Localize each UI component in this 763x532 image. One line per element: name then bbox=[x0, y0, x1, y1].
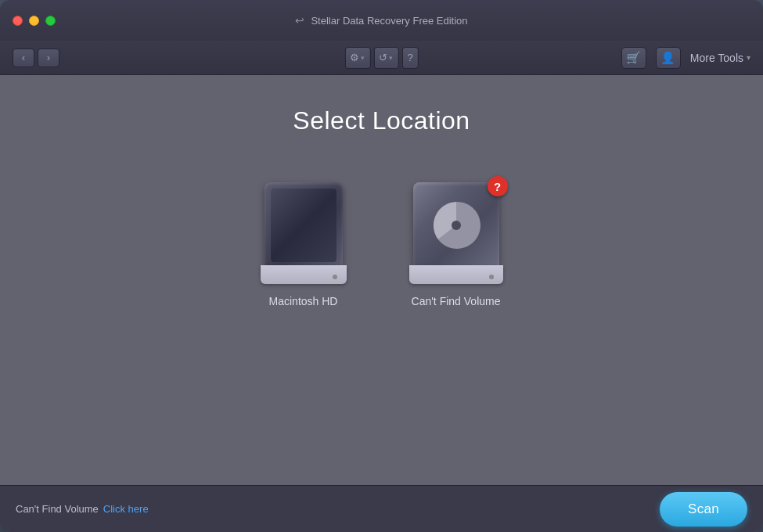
more-tools-button[interactable]: More Tools ▾ bbox=[690, 52, 750, 64]
toolbar: ‹ › ⚙ ▾ ↺ ▾ ? 🛒 👤 More Tools bbox=[0, 41, 763, 75]
pie-chart-icon bbox=[428, 197, 484, 253]
toolbar-center-buttons: ⚙ ▾ ↺ ▾ ? bbox=[344, 47, 418, 69]
bottom-status: Can't Find Volume Click here bbox=[16, 503, 149, 515]
cant-find-volume-label: Can't Find Volume bbox=[412, 295, 501, 307]
bottom-bar: Can't Find Volume Click here Scan bbox=[0, 485, 763, 532]
cant-find-volume-icon-wrapper: ? bbox=[409, 182, 503, 284]
macintosh-hd-label: Macintosh HD bbox=[269, 295, 338, 307]
nav-buttons: ‹ › bbox=[13, 49, 59, 67]
settings-icon: ⚙ bbox=[350, 52, 359, 63]
status-text: Can't Find Volume bbox=[16, 503, 99, 515]
titlebar-center: ↩ Stellar Data Recovery Free Edition bbox=[295, 14, 467, 27]
mac-hd-drive-base bbox=[261, 265, 347, 284]
cart-icon: 🛒 bbox=[626, 51, 641, 65]
scan-button[interactable]: Scan bbox=[660, 492, 747, 527]
history-icon: ↺ bbox=[379, 52, 387, 63]
drives-container: Macintosh HD ? bbox=[261, 182, 503, 307]
back-arrow-icon: ↩ bbox=[295, 14, 304, 27]
window-title: Stellar Data Recovery Free Edition bbox=[311, 15, 467, 27]
svg-point-1 bbox=[452, 221, 461, 230]
cant-find-volume-item[interactable]: ? bbox=[409, 182, 503, 307]
more-tools-arrow: ▾ bbox=[747, 53, 750, 62]
close-button[interactable] bbox=[13, 16, 23, 26]
history-dropdown-arrow: ▾ bbox=[389, 54, 393, 62]
app-window: ↩ Stellar Data Recovery Free Edition ‹ ›… bbox=[0, 0, 763, 532]
macintosh-hd-drive-icon bbox=[261, 182, 347, 284]
user-icon: 👤 bbox=[660, 51, 675, 65]
minimize-button[interactable] bbox=[29, 16, 39, 26]
settings-button[interactable]: ⚙ ▾ bbox=[344, 47, 370, 69]
cant-find-volume-drive-icon bbox=[409, 182, 503, 284]
toolbar-right: 🛒 👤 More Tools ▾ bbox=[621, 47, 750, 69]
titlebar: ↩ Stellar Data Recovery Free Edition bbox=[0, 0, 763, 41]
question-badge: ? bbox=[488, 176, 508, 196]
lost-drive-base bbox=[409, 265, 503, 284]
lost-drive-body bbox=[413, 182, 499, 268]
nav-back-button[interactable]: ‹ bbox=[13, 49, 34, 67]
macintosh-hd-icon-wrapper bbox=[261, 182, 347, 284]
traffic-lights bbox=[13, 16, 56, 26]
nav-forward-button[interactable]: › bbox=[38, 49, 59, 67]
click-here-link[interactable]: Click here bbox=[103, 503, 149, 515]
mac-hd-drive-body bbox=[265, 182, 343, 268]
more-tools-label: More Tools bbox=[690, 52, 743, 64]
help-icon: ? bbox=[407, 52, 412, 63]
help-button[interactable]: ? bbox=[401, 47, 418, 69]
page-title: Select Location bbox=[293, 106, 470, 135]
maximize-button[interactable] bbox=[45, 16, 56, 26]
cart-button[interactable]: 🛒 bbox=[621, 47, 646, 69]
history-button[interactable]: ↺ ▾ bbox=[373, 47, 398, 69]
question-mark: ? bbox=[494, 180, 501, 193]
macintosh-hd-item[interactable]: Macintosh HD bbox=[261, 182, 347, 307]
main-content: Select Location Macintosh HD ? bbox=[0, 75, 763, 485]
settings-dropdown-arrow: ▾ bbox=[361, 54, 365, 62]
user-button[interactable]: 👤 bbox=[656, 47, 681, 69]
